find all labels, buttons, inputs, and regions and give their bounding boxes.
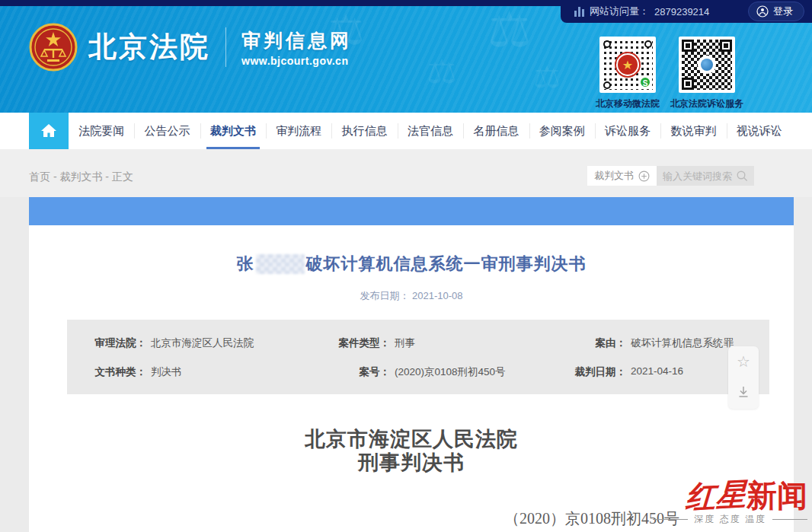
nav-item-trial-process[interactable]: 审判流程 bbox=[266, 113, 331, 149]
bar-chart-icon bbox=[574, 7, 584, 17]
nav-item-trial-data[interactable]: 数说审判 bbox=[660, 113, 726, 149]
plus-circle-icon bbox=[638, 170, 650, 182]
breadcrumb-strip: 首页 - 裁判文书 - 正文 裁判文书 bbox=[0, 149, 812, 197]
site-name: 北京法院 bbox=[88, 28, 210, 66]
qr-label: 北京移动微法院 bbox=[596, 97, 660, 110]
site-visits: 网站访问量： 2879239214 bbox=[574, 5, 709, 18]
site-subtitle: 审判信息网 bbox=[241, 28, 352, 53]
watermark-name-calligraphy: 红星 bbox=[685, 479, 747, 512]
nav-item-judge-info[interactable]: 法官信息 bbox=[398, 113, 463, 149]
search-box: 裁判文书 bbox=[587, 166, 754, 186]
nav-item-court-news[interactable]: 法院要闻 bbox=[69, 113, 134, 149]
article-title-prefix: 张 bbox=[237, 253, 254, 276]
document-heading: 北京市海淀区人民法院 刑事判决书 bbox=[29, 428, 794, 475]
search-category-selector[interactable]: 裁判文书 bbox=[587, 166, 657, 186]
article-title: 张 破坏计算机信息系统一审刑事判决书 bbox=[29, 253, 794, 276]
nav-item-enforcement-info[interactable]: 执行信息 bbox=[331, 113, 397, 149]
favorite-star-icon[interactable]: ☆ bbox=[737, 354, 750, 369]
title-banner bbox=[29, 197, 794, 225]
home-button[interactable] bbox=[29, 113, 69, 149]
document-type: 刑事判决书 bbox=[29, 451, 794, 475]
publish-date: 发布日期： 2021-10-08 bbox=[29, 289, 794, 303]
justice-scales-watermark-icon: ⚖ bbox=[533, 59, 561, 94]
home-icon bbox=[40, 122, 58, 140]
nav-items: 法院要闻 公告公示 裁判文书 审判流程 执行信息 法官信息 名册信息 参阅案例 … bbox=[69, 113, 792, 149]
login-label: 登录 bbox=[773, 5, 793, 18]
visits-label: 网站访问量： bbox=[590, 5, 649, 18]
breadcrumb[interactable]: 首页 - 裁判文书 - 正文 bbox=[29, 170, 133, 184]
site-url: www.bjcourt.gov.cn bbox=[241, 55, 352, 67]
redacted-name-blur bbox=[256, 254, 305, 274]
site-logo[interactable]: 北京法院 审判信息网 www.bjcourt.gov.cn bbox=[29, 23, 352, 72]
meta-document-type: 文书种类： 判决书 bbox=[76, 365, 320, 379]
page: 网站访问量： 2879239214 登录 ⚖ ⚖ ⚖ ⚖ bbox=[0, 0, 812, 532]
publish-date-label: 发布日期： bbox=[360, 290, 409, 301]
nav-item-reference-cases[interactable]: 参阅案例 bbox=[529, 113, 595, 149]
watermark-name-bold: 新闻 bbox=[746, 477, 807, 513]
document-court: 北京市海淀区人民法院 bbox=[29, 428, 794, 451]
main-nav: 法院要闻 公告公示 裁判文书 审判流程 执行信息 法官信息 名册信息 参阅案例 … bbox=[0, 113, 812, 149]
justice-scales-watermark-icon: ⚖ bbox=[488, 6, 531, 58]
download-icon[interactable] bbox=[736, 384, 751, 400]
meta-case-number: 案号： (2020)京0108刑初450号 bbox=[320, 365, 556, 379]
national-emblem-icon bbox=[29, 23, 78, 72]
logo-divider bbox=[225, 27, 226, 67]
publish-date-value: 2021-10-08 bbox=[412, 290, 463, 301]
redstar-news-watermark: 红星新闻 深度 态度 温度 bbox=[653, 480, 807, 526]
nav-item-announcements[interactable]: 公告公示 bbox=[134, 113, 200, 149]
nav-item-video-litigation[interactable]: 视说诉讼 bbox=[727, 113, 792, 149]
search-input-wrap bbox=[657, 166, 754, 186]
article-title-suffix: 破坏计算机信息系统一审刑事判决书 bbox=[306, 253, 587, 276]
login-button[interactable]: 登录 bbox=[748, 2, 804, 21]
nav-item-judgments[interactable]: 裁判文书 bbox=[200, 113, 266, 149]
wechat-icon: S bbox=[639, 76, 651, 88]
court-logo-center-icon bbox=[698, 56, 716, 74]
qr-code-round: ★ S bbox=[599, 37, 656, 93]
user-icon bbox=[756, 5, 769, 18]
nav-item-roster-info[interactable]: 名册信息 bbox=[463, 113, 529, 149]
visits-value: 2879239214 bbox=[654, 6, 709, 18]
watermark-tagline: 深度 态度 温度 bbox=[653, 513, 807, 526]
emblem-center-icon: ★ bbox=[616, 53, 639, 76]
top-bar: 网站访问量： 2879239214 登录 bbox=[561, 0, 812, 23]
qr-code-square bbox=[679, 37, 735, 93]
qr-mobile-court: ★ S 北京移动微法院 bbox=[596, 37, 660, 110]
floating-toolbar: ☆ bbox=[728, 346, 759, 409]
nav-item-litigation-services[interactable]: 诉讼服务 bbox=[595, 113, 660, 149]
meta-case-type: 案件类型： 刑事 bbox=[320, 336, 556, 350]
justice-scales-watermark-icon: ⚖ bbox=[427, 52, 456, 91]
qr-label: 北京法院诉讼服务 bbox=[670, 97, 743, 110]
qr-zone: ★ S 北京移动微法院 北京法院诉讼服务 bbox=[596, 37, 743, 110]
search-category-label: 裁判文书 bbox=[594, 169, 634, 183]
search-icon[interactable] bbox=[736, 170, 749, 183]
qr-litigation-service: 北京法院诉讼服务 bbox=[670, 37, 743, 110]
meta-trial-court: 审理法院： 北京市海淀区人民法院 bbox=[76, 336, 320, 350]
search-input[interactable] bbox=[663, 170, 736, 182]
case-meta-table: 审理法院： 北京市海淀区人民法院 案件类型： 刑事 案由： 破坏计算机信息系统罪… bbox=[67, 320, 769, 394]
